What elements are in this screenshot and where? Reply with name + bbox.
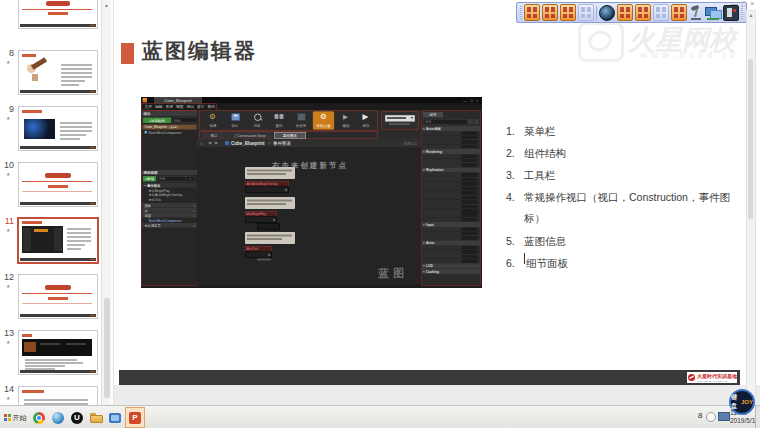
component-root-row: Cube_Blueprint（自身） — [143, 125, 197, 130]
details-rows — [423, 246, 479, 264]
tray-network-icon[interactable] — [718, 412, 730, 421]
list-item[interactable]: 4. 常规操作视口（视口，Construction，事件图标） — [506, 187, 736, 229]
flip-window-icon — [109, 413, 121, 423]
section-banner — [46, 1, 70, 6]
list-text: 组件结构 — [524, 143, 736, 164]
desk-lamp-icon[interactable] — [689, 5, 703, 20]
slide-number: 10 — [0, 160, 14, 170]
toolbar-separator — [596, 6, 597, 20]
slide-thumbnail-8[interactable] — [18, 50, 98, 95]
details-settings-icon — [474, 119, 479, 125]
ue-menu: 编辑 — [155, 104, 163, 111]
scrollbar-thumb[interactable] — [104, 298, 110, 398]
toolbar-grip[interactable] — [741, 6, 743, 19]
app-window-controls[interactable]: —□× — [731, 0, 758, 7]
start-button[interactable]: 开始 — [2, 407, 28, 428]
slide-thumbnail-7[interactable] — [18, 0, 98, 29]
animation-star-icon: ★ — [6, 227, 10, 233]
tool-tile-icon-4[interactable] — [617, 4, 633, 21]
taskbar-chrome[interactable] — [30, 407, 48, 428]
list-text: 常规操作视口（视口，Construction，事件图标） — [524, 187, 736, 229]
tool-tile-icon-6[interactable] — [671, 4, 687, 21]
tool-save: 保存 — [225, 112, 245, 129]
back-icon: ◀ — [208, 141, 211, 146]
taskbar-browser[interactable] — [49, 407, 67, 428]
list-item[interactable]: 5. 蓝图信息 — [506, 231, 736, 252]
list-item[interactable]: 1. 菜单栏 — [506, 121, 736, 142]
screen-share-icon[interactable] — [705, 6, 721, 20]
tool-tile-icon-1[interactable] — [524, 4, 540, 21]
taskbar: 开始 U P 8 — [0, 405, 760, 428]
details-rows — [423, 227, 479, 241]
taskbar-unreal[interactable]: U — [68, 407, 86, 428]
slide-thumbnail-10[interactable] — [18, 162, 98, 207]
taskbar-powerpoint-active[interactable]: P — [125, 407, 145, 428]
tool-play: ▶ 播放 — [356, 112, 376, 129]
ue-menu: 调试 — [187, 104, 195, 111]
blueprint-editor-screenshot[interactable]: Cube_Blueprint — □ × 文件 编辑 资源 视图 调试 窗口 帮… — [141, 97, 482, 288]
slide-thumbnail-9[interactable] — [18, 106, 98, 151]
tool-tile-icon-2[interactable] — [542, 4, 558, 21]
scrollbar-thumb[interactable] — [748, 59, 753, 219]
show-desktop-strip[interactable] — [755, 406, 760, 428]
footer-logo-mark — [688, 374, 695, 381]
globe-browser-icon — [52, 412, 64, 424]
animation-star-icon: ★ — [6, 339, 10, 345]
watermark-logo — [578, 22, 624, 62]
main-scrollbar[interactable]: ▲ ▼ — [746, 10, 756, 404]
dark-image — [24, 119, 55, 139]
tray-icon-round[interactable] — [706, 412, 716, 422]
powerpoint-icon: P — [129, 412, 141, 424]
toolbar-grip[interactable] — [520, 6, 522, 19]
taskbar-folder[interactable] — [87, 407, 105, 428]
canvas-margin-band — [114, 385, 760, 405]
list-item[interactable]: 3. 工具栏 — [506, 165, 736, 186]
slide-thumbnail-11-selected[interactable] — [17, 217, 99, 264]
start-icon — [4, 414, 11, 421]
monitor-dial-icon[interactable] — [599, 5, 615, 21]
annotation-box-tabs: 视口 ƒ Construction Scrip 事件图表 — [200, 132, 377, 139]
details-search: 搜索 — [423, 119, 468, 125]
badge-text-en: JOY — [741, 399, 753, 405]
text-cursor — [524, 253, 525, 264]
list-number: 6. — [506, 253, 524, 274]
mesh-icon — [145, 131, 148, 134]
save-disk-icon — [232, 114, 241, 121]
list-number: 1. — [506, 121, 524, 142]
list-item[interactable]: 2. 组件结构 — [506, 143, 736, 164]
minimize-icon[interactable]: — — [731, 0, 742, 7]
slide-title[interactable]: 蓝图编辑器 — [142, 37, 257, 65]
restore-icon[interactable]: □ — [742, 0, 750, 7]
filter-dropdown: ▾ — [185, 176, 195, 182]
tool-tile-icon-5[interactable] — [635, 4, 651, 21]
simulate-icon: ▶ — [343, 113, 348, 121]
slide-thumbnail-12[interactable] — [18, 274, 98, 319]
slide-thumbnail-13[interactable] — [18, 330, 98, 375]
tool-tile-icon-3[interactable] — [560, 4, 576, 21]
components-header: 组件 — [142, 111, 197, 116]
watermark-site: www.hxsd.tv — [640, 50, 739, 60]
scroll-up-icon[interactable]: ▲ — [102, 1, 111, 10]
slide-number: 14 — [0, 384, 14, 394]
animation-star-icon: ★ — [6, 283, 10, 289]
event-graph-canvas: 右击来创建新节点 事件ActorBeginOverlap 事件BeginPlay… — [197, 147, 421, 285]
close-icon[interactable]: × — [750, 0, 758, 7]
tab-construction-script: ƒ Construction Scrip — [227, 132, 274, 139]
scroll-up-icon[interactable]: ▲ — [747, 11, 755, 20]
panel-scrollbar[interactable]: ▲ — [101, 0, 111, 405]
list-text: 蓝图信息 — [524, 231, 736, 252]
input-method-indicator[interactable]: 8 — [698, 411, 702, 420]
slide-thumbnail-panel: 8 ★ 9 ★ 10 ★ — [0, 0, 114, 405]
slide-number: 8 — [0, 48, 14, 58]
desktop-screen: 8 ★ 9 ★ 10 ★ — [0, 0, 760, 428]
component-child-row: StaticMeshComponent — [143, 130, 203, 135]
floating-badge[interactable]: 键盘 JOY — [729, 389, 755, 415]
animation-star-icon: ★ — [6, 171, 10, 177]
cartoon-axe — [31, 57, 47, 70]
slide-thumbnail-14[interactable] — [18, 386, 98, 405]
list-item[interactable]: 6. 细节面板 — [506, 253, 738, 274]
tool-tile-icon-disabled-2 — [653, 4, 669, 21]
taskbar-window-app[interactable] — [106, 407, 124, 428]
info-dropdown — [385, 115, 415, 122]
tool-simulate: ▶ 模拟 — [336, 112, 356, 129]
